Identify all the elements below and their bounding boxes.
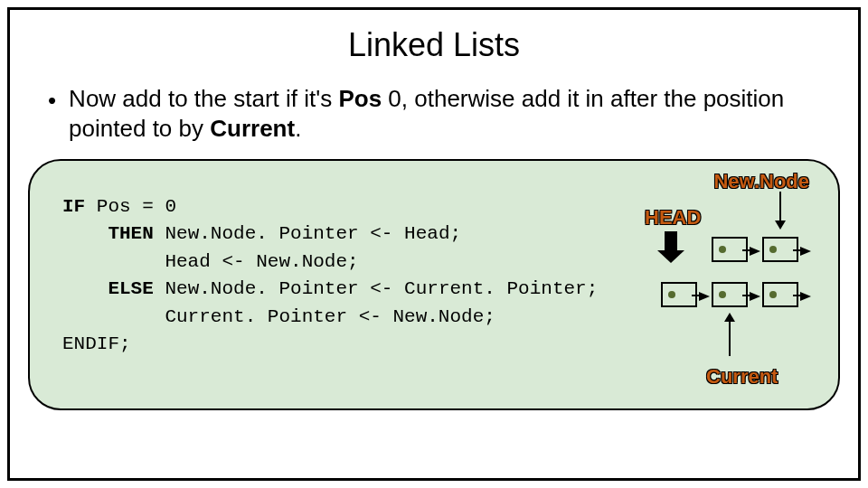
current-label: Current bbox=[706, 365, 778, 389]
kw-then: THEN bbox=[62, 223, 154, 244]
node-data-icon bbox=[719, 291, 726, 298]
linked-list-diagram: HEAD bbox=[639, 199, 820, 389]
newnode-label: New.Node bbox=[713, 170, 809, 193]
bullet-bold-pos: Pos bbox=[338, 85, 382, 112]
slide-title: Linked Lists bbox=[28, 26, 840, 64]
code-l3: Head <- New.Node; bbox=[62, 251, 359, 272]
bullet-dot: • bbox=[48, 86, 56, 116]
head-arrow-icon bbox=[657, 231, 684, 263]
head-label: HEAD bbox=[645, 206, 701, 230]
bullet-bold-current: Current bbox=[210, 115, 295, 142]
pointer-arrow-icon bbox=[800, 247, 811, 256]
pointer-arrow-icon bbox=[800, 292, 811, 301]
code-l2b: New.Node. Pointer <- Head; bbox=[154, 223, 461, 244]
pointer-arrow-icon bbox=[699, 292, 710, 301]
code-l1b: Pos = 0 bbox=[85, 196, 176, 217]
pointer-arrow-icon bbox=[750, 292, 760, 301]
list-node bbox=[762, 282, 798, 307]
list-node bbox=[712, 237, 748, 262]
pointer-arrow-icon bbox=[750, 247, 760, 256]
bullet-prefix: Now add to the start if it's bbox=[69, 85, 338, 112]
node-data-icon bbox=[668, 291, 675, 298]
list-node bbox=[762, 237, 798, 262]
bullet-text: Now add to the start if it's Pos 0, othe… bbox=[69, 84, 840, 143]
kw-else: ELSE bbox=[62, 278, 154, 299]
node-data-icon bbox=[769, 246, 777, 253]
code-l5: Current. Pointer <- New.Node; bbox=[62, 306, 495, 327]
code-panel: New.Node IF Pos = 0 THEN New.Node. Point… bbox=[28, 159, 840, 410]
node-data-icon bbox=[769, 291, 777, 298]
bullet-item: • Now add to the start if it's Pos 0, ot… bbox=[28, 84, 840, 143]
current-arrow-icon bbox=[724, 313, 735, 356]
slide-frame: Linked Lists • Now add to the start if i… bbox=[7, 7, 861, 481]
code-l4b: New.Node. Pointer <- Current. Pointer; bbox=[154, 278, 598, 299]
newnode-arrow-icon bbox=[775, 192, 786, 230]
kw-if: IF bbox=[62, 196, 85, 217]
bullet-suffix: . bbox=[295, 115, 301, 142]
node-data-icon bbox=[719, 246, 726, 253]
list-node bbox=[661, 282, 697, 307]
list-node bbox=[712, 282, 748, 307]
code-l6: ENDIF; bbox=[62, 333, 131, 354]
